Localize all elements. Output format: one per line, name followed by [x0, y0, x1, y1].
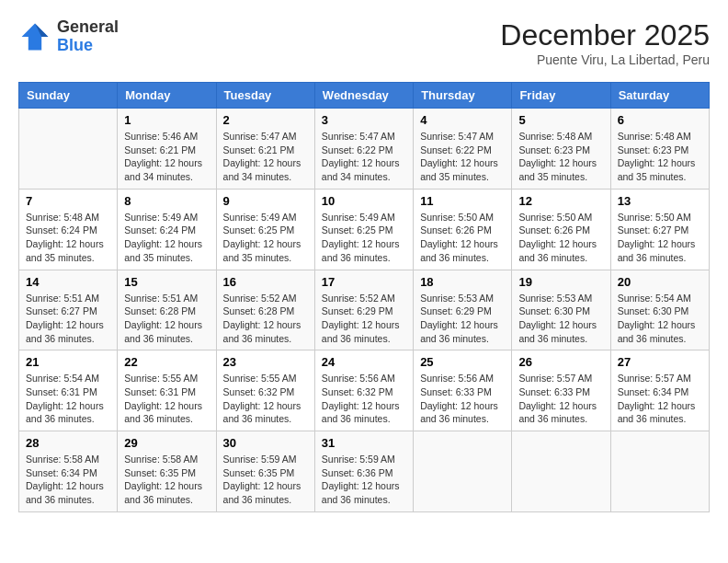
- day-info: Sunrise: 5:54 AM Sunset: 6:31 PM Dayligh…: [26, 372, 110, 426]
- calendar-cell: 20Sunrise: 5:54 AM Sunset: 6:30 PM Dayli…: [610, 270, 709, 350]
- day-number: 1: [124, 113, 209, 127]
- day-of-week-header: Monday: [118, 83, 216, 109]
- day-info: Sunrise: 5:52 AM Sunset: 6:29 PM Dayligh…: [322, 292, 406, 346]
- calendar-cell: 26Sunrise: 5:57 AM Sunset: 6:33 PM Dayli…: [512, 350, 610, 431]
- day-number: 15: [124, 275, 209, 289]
- day-info: Sunrise: 5:55 AM Sunset: 6:32 PM Dayligh…: [223, 372, 308, 426]
- day-info: Sunrise: 5:47 AM Sunset: 6:21 PM Dayligh…: [223, 130, 308, 184]
- day-info: Sunrise: 5:50 AM Sunset: 6:27 PM Dayligh…: [618, 211, 702, 265]
- calendar-cell: 2Sunrise: 5:47 AM Sunset: 6:21 PM Daylig…: [216, 109, 314, 190]
- day-number: 5: [518, 113, 603, 127]
- day-info: Sunrise: 5:53 AM Sunset: 6:29 PM Dayligh…: [420, 292, 505, 346]
- location-title: Puente Viru, La Libertad, Peru: [500, 52, 710, 67]
- day-number: 9: [223, 194, 308, 208]
- day-info: Sunrise: 5:52 AM Sunset: 6:28 PM Dayligh…: [223, 292, 308, 346]
- day-info: Sunrise: 5:59 AM Sunset: 6:36 PM Dayligh…: [322, 453, 406, 507]
- day-info: Sunrise: 5:47 AM Sunset: 6:22 PM Dayligh…: [420, 130, 505, 184]
- calendar-week-row: 14Sunrise: 5:51 AM Sunset: 6:27 PM Dayli…: [19, 270, 710, 350]
- logo-icon: [18, 20, 51, 53]
- day-info: Sunrise: 5:54 AM Sunset: 6:30 PM Dayligh…: [618, 292, 702, 346]
- day-number: 19: [518, 275, 603, 289]
- calendar-cell: 15Sunrise: 5:51 AM Sunset: 6:28 PM Dayli…: [118, 270, 216, 350]
- day-of-week-header: Tuesday: [216, 83, 314, 109]
- calendar-cell: 17Sunrise: 5:52 AM Sunset: 6:29 PM Dayli…: [314, 270, 413, 350]
- day-number: 10: [322, 194, 406, 208]
- calendar-cell: 16Sunrise: 5:52 AM Sunset: 6:28 PM Dayli…: [216, 270, 314, 350]
- calendar-cell: 28Sunrise: 5:58 AM Sunset: 6:34 PM Dayli…: [19, 431, 118, 512]
- calendar-cell: 1Sunrise: 5:46 AM Sunset: 6:21 PM Daylig…: [118, 109, 216, 190]
- day-number: 6: [618, 113, 702, 127]
- calendar-cell: [610, 431, 709, 512]
- day-info: Sunrise: 5:49 AM Sunset: 6:24 PM Dayligh…: [124, 211, 209, 265]
- calendar-cell: 14Sunrise: 5:51 AM Sunset: 6:27 PM Dayli…: [19, 270, 118, 350]
- day-number: 2: [223, 113, 308, 127]
- logo-text: General Blue: [57, 18, 119, 55]
- day-number: 14: [26, 275, 110, 289]
- calendar-cell: 13Sunrise: 5:50 AM Sunset: 6:27 PM Dayli…: [610, 189, 709, 270]
- day-number: 30: [223, 436, 308, 450]
- day-info: Sunrise: 5:59 AM Sunset: 6:35 PM Dayligh…: [223, 453, 308, 507]
- calendar-cell: 23Sunrise: 5:55 AM Sunset: 6:32 PM Dayli…: [216, 350, 314, 431]
- day-number: 16: [223, 275, 308, 289]
- calendar-cell: 6Sunrise: 5:48 AM Sunset: 6:23 PM Daylig…: [610, 109, 709, 190]
- month-title: December 2025: [500, 18, 710, 52]
- day-number: 4: [420, 113, 505, 127]
- calendar-cell: 12Sunrise: 5:50 AM Sunset: 6:26 PM Dayli…: [512, 189, 610, 270]
- day-info: Sunrise: 5:51 AM Sunset: 6:27 PM Dayligh…: [26, 292, 110, 346]
- day-number: 17: [322, 275, 406, 289]
- day-info: Sunrise: 5:56 AM Sunset: 6:33 PM Dayligh…: [420, 372, 505, 426]
- day-info: Sunrise: 5:49 AM Sunset: 6:25 PM Dayligh…: [322, 211, 406, 265]
- day-info: Sunrise: 5:47 AM Sunset: 6:22 PM Dayligh…: [322, 130, 406, 184]
- calendar-cell: 22Sunrise: 5:55 AM Sunset: 6:31 PM Dayli…: [118, 350, 216, 431]
- day-info: Sunrise: 5:58 AM Sunset: 6:34 PM Dayligh…: [26, 453, 110, 507]
- calendar-cell: 3Sunrise: 5:47 AM Sunset: 6:22 PM Daylig…: [314, 109, 413, 190]
- logo: General Blue: [18, 18, 119, 55]
- calendar-week-row: 21Sunrise: 5:54 AM Sunset: 6:31 PM Dayli…: [19, 350, 710, 431]
- day-of-week-header: Thursday: [414, 83, 512, 109]
- day-info: Sunrise: 5:53 AM Sunset: 6:30 PM Dayligh…: [518, 292, 603, 346]
- day-of-week-header: Sunday: [19, 83, 118, 109]
- calendar-cell: 11Sunrise: 5:50 AM Sunset: 6:26 PM Dayli…: [414, 189, 512, 270]
- day-info: Sunrise: 5:48 AM Sunset: 6:24 PM Dayligh…: [26, 211, 110, 265]
- day-info: Sunrise: 5:56 AM Sunset: 6:32 PM Dayligh…: [322, 372, 406, 426]
- calendar-cell: 9Sunrise: 5:49 AM Sunset: 6:25 PM Daylig…: [216, 189, 314, 270]
- day-info: Sunrise: 5:50 AM Sunset: 6:26 PM Dayligh…: [420, 211, 505, 265]
- day-number: 23: [223, 355, 308, 369]
- day-info: Sunrise: 5:55 AM Sunset: 6:31 PM Dayligh…: [124, 372, 209, 426]
- calendar-cell: 21Sunrise: 5:54 AM Sunset: 6:31 PM Dayli…: [19, 350, 118, 431]
- calendar-cell: 7Sunrise: 5:48 AM Sunset: 6:24 PM Daylig…: [19, 189, 118, 270]
- calendar-body: 1Sunrise: 5:46 AM Sunset: 6:21 PM Daylig…: [19, 109, 710, 512]
- day-number: 3: [322, 113, 406, 127]
- day-number: 28: [26, 436, 110, 450]
- day-number: 12: [518, 194, 603, 208]
- day-info: Sunrise: 5:48 AM Sunset: 6:23 PM Dayligh…: [518, 130, 603, 184]
- calendar-cell: 4Sunrise: 5:47 AM Sunset: 6:22 PM Daylig…: [414, 109, 512, 190]
- calendar-cell: 29Sunrise: 5:58 AM Sunset: 6:35 PM Dayli…: [118, 431, 216, 512]
- day-number: 22: [124, 355, 209, 369]
- header-row: SundayMondayTuesdayWednesdayThursdayFrid…: [19, 83, 710, 109]
- calendar-week-row: 28Sunrise: 5:58 AM Sunset: 6:34 PM Dayli…: [19, 431, 710, 512]
- calendar-cell: 18Sunrise: 5:53 AM Sunset: 6:29 PM Dayli…: [414, 270, 512, 350]
- calendar-cell: [19, 109, 118, 190]
- day-number: 20: [618, 275, 702, 289]
- day-info: Sunrise: 5:50 AM Sunset: 6:26 PM Dayligh…: [518, 211, 603, 265]
- calendar-cell: 27Sunrise: 5:57 AM Sunset: 6:34 PM Dayli…: [610, 350, 709, 431]
- day-info: Sunrise: 5:51 AM Sunset: 6:28 PM Dayligh…: [124, 292, 209, 346]
- day-number: 8: [124, 194, 209, 208]
- day-info: Sunrise: 5:57 AM Sunset: 6:33 PM Dayligh…: [518, 372, 603, 426]
- calendar-cell: [414, 431, 512, 512]
- day-info: Sunrise: 5:46 AM Sunset: 6:21 PM Dayligh…: [124, 130, 209, 184]
- calendar-week-row: 1Sunrise: 5:46 AM Sunset: 6:21 PM Daylig…: [19, 109, 710, 190]
- day-number: 25: [420, 355, 505, 369]
- day-of-week-header: Friday: [512, 83, 610, 109]
- day-number: 13: [618, 194, 702, 208]
- day-of-week-header: Saturday: [610, 83, 709, 109]
- day-number: 27: [618, 355, 702, 369]
- day-number: 24: [322, 355, 406, 369]
- calendar-cell: 5Sunrise: 5:48 AM Sunset: 6:23 PM Daylig…: [512, 109, 610, 190]
- calendar-cell: 30Sunrise: 5:59 AM Sunset: 6:35 PM Dayli…: [216, 431, 314, 512]
- day-of-week-header: Wednesday: [314, 83, 413, 109]
- day-info: Sunrise: 5:49 AM Sunset: 6:25 PM Dayligh…: [223, 211, 308, 265]
- day-number: 7: [26, 194, 110, 208]
- calendar-week-row: 7Sunrise: 5:48 AM Sunset: 6:24 PM Daylig…: [19, 189, 710, 270]
